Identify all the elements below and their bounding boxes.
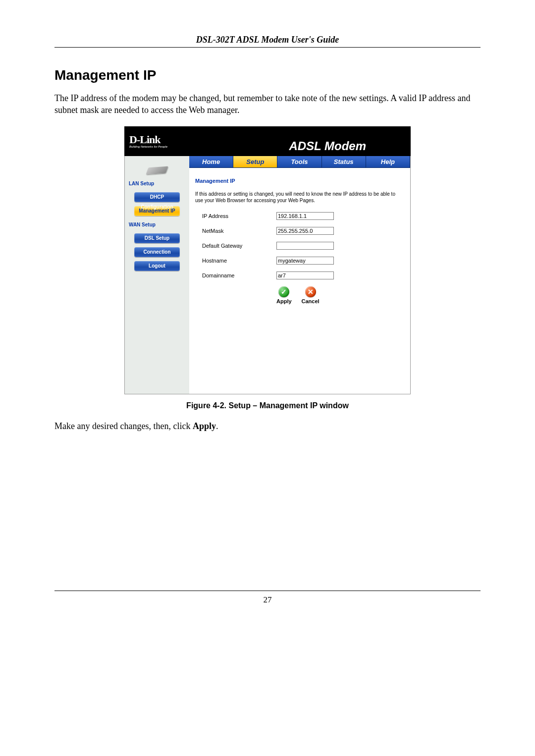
banner-title: ADSL Modem	[289, 139, 366, 153]
sidebar-btn-management-ip[interactable]: Management IP	[134, 206, 180, 216]
row-netmask: NetMask	[195, 227, 404, 235]
figure-caption: Figure 4-2. Setup – Management IP window	[54, 401, 481, 410]
tab-help[interactable]: Help	[366, 156, 410, 168]
section-title: Management IP	[54, 67, 481, 83]
tab-home[interactable]: Home	[189, 156, 233, 168]
input-netmask[interactable]	[276, 227, 334, 235]
dlink-logo: D-Link Building Networks for People	[129, 134, 167, 148]
row-hostname: Hostname	[195, 257, 404, 265]
cancel-label: Cancel	[302, 298, 320, 304]
close-icon: ✕	[305, 286, 316, 297]
label-netmask: NetMask	[195, 228, 276, 234]
check-icon: ✓	[278, 286, 289, 297]
sidebar: LAN Setup DHCP Configuration Management …	[125, 156, 189, 394]
actions: ✓ Apply ✕ Cancel	[195, 286, 404, 304]
panel: Management IP If this address or setting…	[189, 168, 410, 310]
modem-banner: D-Link Building Networks for People ADSL…	[124, 126, 411, 156]
doc-header: DSL-302T ADSL Modem User's Guide	[54, 35, 481, 48]
label-gateway: Default Gateway	[195, 243, 276, 249]
label-hostname: Hostname	[195, 258, 276, 264]
brand-tagline: Building Networks for People	[129, 145, 167, 148]
tab-setup[interactable]: Setup	[233, 156, 277, 168]
intro-text: The IP address of the modem may be chang…	[54, 92, 481, 116]
modem-screenshot: D-Link Building Networks for People ADSL…	[124, 126, 411, 394]
input-gateway[interactable]	[276, 242, 334, 250]
input-ip[interactable]	[276, 212, 334, 220]
sidebar-btn-dhcp[interactable]: DHCP Configuration	[134, 192, 180, 202]
outro-text: Make any desired changes, then, click Ap…	[54, 420, 481, 432]
tab-status[interactable]: Status	[322, 156, 366, 168]
row-gateway: Default Gateway	[195, 242, 404, 250]
row-domain: Domainname	[195, 271, 404, 279]
panel-desc: If this address or setting is changed, y…	[195, 191, 404, 204]
router-icon	[142, 162, 172, 176]
outro-suffix: .	[216, 421, 218, 431]
outro-bold: Apply	[193, 421, 216, 431]
panel-title: Management IP	[195, 178, 404, 184]
row-ip: IP Address	[195, 212, 404, 220]
apply-button[interactable]: ✓ Apply	[276, 286, 292, 304]
cancel-button[interactable]: ✕ Cancel	[302, 286, 320, 304]
sidebar-btn-connection[interactable]: Connection	[134, 247, 180, 257]
tab-tools[interactable]: Tools	[277, 156, 321, 168]
apply-label: Apply	[276, 298, 292, 304]
content-area: Home Setup Tools Status Help Management …	[189, 156, 410, 394]
input-domain[interactable]	[276, 271, 334, 279]
input-hostname[interactable]	[276, 257, 334, 265]
page-number: 27	[264, 595, 272, 604]
sidebar-btn-logout[interactable]: Logout	[134, 261, 180, 271]
tab-bar: Home Setup Tools Status Help	[189, 156, 410, 168]
sidebar-section-lan: LAN Setup	[125, 179, 189, 188]
brand-text: D-Link	[129, 133, 160, 146]
label-ip: IP Address	[195, 213, 276, 219]
label-domain: Domainname	[195, 272, 276, 278]
sidebar-btn-dsl-setup[interactable]: DSL Setup	[134, 233, 180, 243]
outro-prefix: Make any desired changes, then, click	[54, 421, 193, 431]
sidebar-section-wan: WAN Setup	[125, 220, 189, 229]
page-footer: 27	[54, 591, 481, 605]
